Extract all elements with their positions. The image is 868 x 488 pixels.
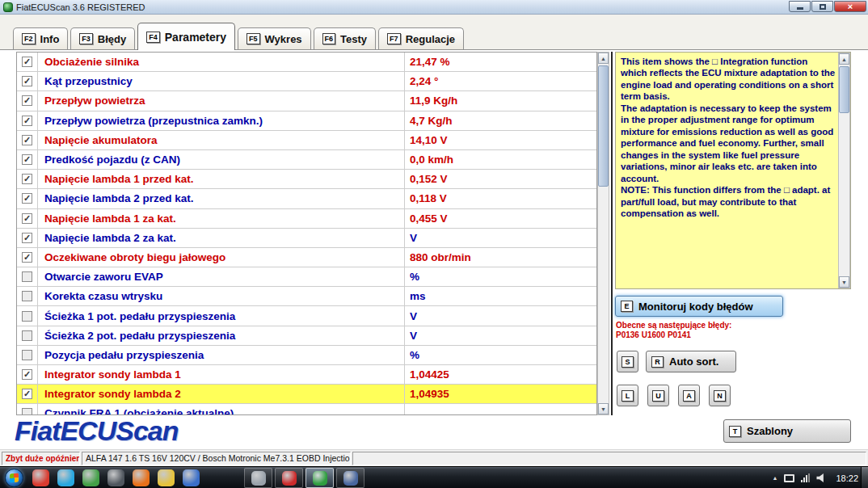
templates-key-label: T xyxy=(729,426,741,437)
browser-red-icon[interactable] xyxy=(32,469,49,486)
status-warning: Zbyt duże opóźnienia!!! xyxy=(2,452,80,465)
table-scrollbar-thumb[interactable] xyxy=(598,65,609,187)
parameter-row[interactable]: Otwarcie zaworu EVAP% xyxy=(17,267,596,287)
parameter-checkbox[interactable] xyxy=(22,271,32,282)
parameter-row[interactable]: ✓Napięcie lambda 2 przed kat.0,118 V xyxy=(17,189,596,208)
tab-wykres[interactable]: F5Wykres xyxy=(238,27,311,49)
close-button[interactable]: × xyxy=(834,1,866,12)
parameter-name: Oczekiwane obroty biegu jałowego xyxy=(38,248,405,267)
adobe-reader-task-icon xyxy=(282,471,297,486)
parameter-checkbox[interactable] xyxy=(22,291,32,301)
u-button[interactable]: U xyxy=(647,385,669,406)
l-button[interactable]: L xyxy=(617,385,638,406)
network-tray-icon[interactable] xyxy=(801,473,810,482)
tab-testy[interactable]: F6Testy xyxy=(314,27,377,49)
parameter-value: 0,0 km/h xyxy=(405,150,596,169)
parameter-row[interactable]: ✓Napięcie lambda 2 za kat.V xyxy=(17,229,596,248)
monitor-errors-button[interactable]: E Monitoruj kody błędów xyxy=(615,296,783,317)
display-tray-icon[interactable] xyxy=(784,474,794,482)
parameter-value: % xyxy=(405,346,596,364)
window-task-icon-slot[interactable] xyxy=(244,468,272,488)
volume-tray-icon[interactable] xyxy=(816,473,826,483)
parameter-row[interactable]: ✓Predkość pojazdu (z CAN)0,0 km/h xyxy=(17,150,596,170)
parameter-row[interactable]: ✓Integrator sondy lambda 21,04935 xyxy=(17,385,596,404)
taskbar: ▲ 18:22 xyxy=(0,466,868,488)
parameter-checkbox[interactable]: ✓ xyxy=(22,76,32,86)
parameter-checkbox[interactable] xyxy=(22,330,32,341)
tab-fkey-label: F7 xyxy=(387,33,401,44)
parameter-row[interactable]: Ścieżka 1 pot. pedału przyspieszeniaV xyxy=(17,306,596,326)
templates-button[interactable]: T Szablony xyxy=(723,419,851,443)
taskbar-clock[interactable]: 18:22 xyxy=(836,473,858,483)
tab-parametery[interactable]: F4Parametery xyxy=(137,23,235,50)
checkbox-cell: ✓ xyxy=(17,170,38,188)
parameter-row[interactable]: ✓Przepływ powietrza11,9 Kg/h xyxy=(17,91,596,111)
parameter-name: Ścieżka 2 pot. pedału przyspieszenia xyxy=(38,326,405,345)
parameter-checkbox[interactable]: ✓ xyxy=(22,154,32,165)
firefox-icon[interactable] xyxy=(133,469,150,486)
parameter-checkbox[interactable]: ✓ xyxy=(22,95,32,106)
adobe-reader-task-icon-slot[interactable] xyxy=(275,468,303,488)
parameter-checkbox[interactable]: ✓ xyxy=(22,116,32,126)
checkbox-cell xyxy=(17,287,38,305)
tab-label: Testy xyxy=(340,33,367,45)
explorer-folder-icon[interactable] xyxy=(158,469,175,486)
parameter-checkbox[interactable] xyxy=(22,408,32,415)
parameter-table-body: ✓Obciażenie silnika21,47 %✓Kąt przepustn… xyxy=(17,53,596,415)
scroll-up-icon[interactable]: ▲ xyxy=(598,53,609,64)
app-task-icon-slot[interactable] xyxy=(336,468,364,488)
s-button[interactable]: S xyxy=(617,351,638,372)
parameter-row[interactable]: Ścieżka 2 pot. pedału przyspieszeniaV xyxy=(17,326,596,346)
parameter-row[interactable]: ✓Przepływ powietrza (przepustnica zamkn.… xyxy=(17,111,596,131)
green-app-icon[interactable] xyxy=(82,469,99,486)
show-desktop-button[interactable] xyxy=(861,467,868,488)
table-scrollbar[interactable]: ▲ ▼ xyxy=(597,52,609,415)
a-button[interactable]: A xyxy=(678,385,700,406)
parameter-row[interactable]: ✓Napięcie akumulatora14,10 V xyxy=(17,131,596,150)
info-scrollbar-thumb[interactable] xyxy=(839,66,849,113)
hidden-icons-chevron-icon[interactable]: ▲ xyxy=(773,475,778,481)
parameter-row[interactable]: Czynnik FRA 1 (obciążenie aktualne) xyxy=(17,404,596,415)
parameter-name: Kąt przepustnicy xyxy=(38,72,405,90)
window-title: FiatECUScan 3.6 REGISTERED xyxy=(16,2,145,12)
tab-regulacje[interactable]: F7Regulacje xyxy=(378,27,464,49)
parameter-row[interactable]: ✓Integrator sondy lambda 11,04425 xyxy=(17,365,596,385)
n-button[interactable]: N xyxy=(709,385,731,406)
parameter-checkbox[interactable]: ✓ xyxy=(22,389,32,399)
parameter-checkbox[interactable]: ✓ xyxy=(22,252,32,263)
minimize-button[interactable] xyxy=(789,1,811,12)
parameter-row[interactable]: ✓Napięcie lambda 1 przed kat.0,152 V xyxy=(17,170,596,189)
info-scroll-down-icon[interactable]: ▼ xyxy=(839,276,849,288)
parameter-row[interactable]: Pozycja pedału przyspieszenia% xyxy=(17,346,596,365)
parameter-row[interactable]: ✓Oczekiwane obroty biegu jałowego880 obr… xyxy=(17,248,596,267)
parameter-checkbox[interactable]: ✓ xyxy=(22,135,32,145)
parameter-row[interactable]: ✓Obciażenie silnika21,47 % xyxy=(17,53,596,72)
parameter-checkbox[interactable]: ✓ xyxy=(22,193,32,204)
tab-błędy[interactable]: F3Błędy xyxy=(70,27,135,49)
info-scrollbar[interactable]: ▲ ▼ xyxy=(838,53,850,288)
checkbox-cell: ✓ xyxy=(17,131,38,149)
parameter-checkbox[interactable]: ✓ xyxy=(22,174,32,184)
auto-sort-button[interactable]: R Auto sort. xyxy=(646,351,736,372)
app-task-icon xyxy=(343,471,358,486)
tab-info[interactable]: F2Info xyxy=(13,27,68,49)
fiatecuscan-task-icon-slot[interactable] xyxy=(305,468,334,488)
scroll-down-icon[interactable]: ▼ xyxy=(598,403,609,414)
info-scroll-up-icon[interactable]: ▲ xyxy=(839,53,849,65)
checkbox-cell: ✓ xyxy=(17,91,38,110)
parameter-row[interactable]: ✓Napięcie lambda 1 za kat.0,455 V xyxy=(17,209,596,229)
blue-app-icon[interactable] xyxy=(183,469,200,486)
parameter-checkbox[interactable]: ✓ xyxy=(22,369,32,380)
start-button[interactable] xyxy=(5,469,23,487)
tab-fkey-label: F5 xyxy=(246,33,260,44)
media-player-icon[interactable] xyxy=(107,469,124,486)
parameter-row[interactable]: Korekta czasu wtryskums xyxy=(17,287,596,306)
parameter-checkbox[interactable] xyxy=(22,350,32,360)
maximize-button[interactable] xyxy=(811,1,833,12)
parameter-checkbox[interactable]: ✓ xyxy=(22,233,32,243)
parameter-row[interactable]: ✓Kąt przepustnicy2,24 ° xyxy=(17,72,596,91)
parameter-checkbox[interactable]: ✓ xyxy=(22,213,32,224)
parameter-checkbox[interactable] xyxy=(22,311,32,322)
parameter-checkbox[interactable]: ✓ xyxy=(22,57,32,67)
skype-icon[interactable] xyxy=(57,469,74,486)
